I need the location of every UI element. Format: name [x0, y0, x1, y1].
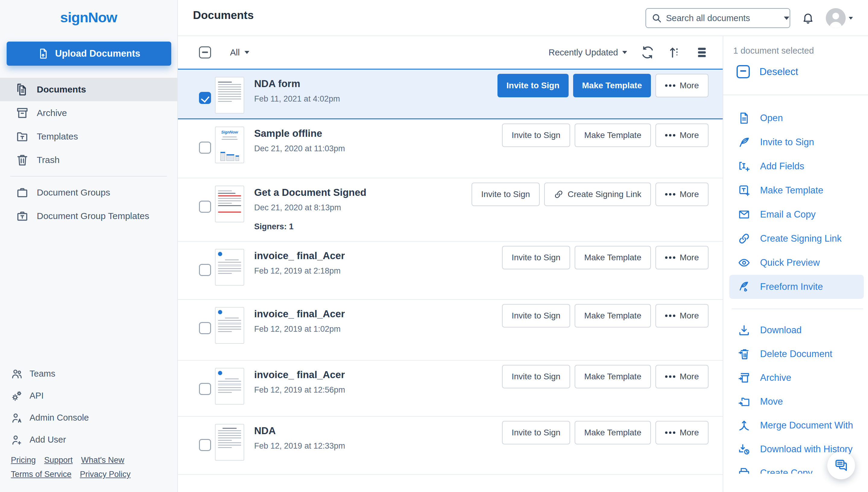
panel-action-move[interactable]: Move	[723, 390, 868, 413]
chat-fab-button[interactable]	[827, 452, 855, 479]
document-thumbnail[interactable]	[215, 77, 244, 114]
invite-to-sign-button[interactable]: Invite to Sign	[502, 365, 570, 388]
whats-new-link[interactable]: What's New	[81, 456, 124, 465]
more-button[interactable]: More	[655, 246, 708, 269]
panel-action-invite-to-sign[interactable]: Invite to Sign	[723, 130, 868, 154]
document-row[interactable]: invoice_ final_Acer Feb 12, 2019 at 2:18…	[178, 242, 723, 300]
panel-action-merge-document-with[interactable]: Merge Document With	[723, 413, 868, 437]
panel-action-add-fields[interactable]: Add Fields	[723, 154, 868, 178]
sidebar-item-documents[interactable]: Documents	[0, 78, 177, 101]
row-checkbox[interactable]	[199, 383, 211, 395]
select-all-checkbox[interactable]	[199, 46, 211, 58]
more-button[interactable]: More	[655, 421, 708, 444]
make-template-button[interactable]: Make Template	[574, 365, 651, 388]
view-rows-icon[interactable]	[695, 46, 708, 59]
panel-action-quick-preview[interactable]: Quick Preview	[723, 251, 868, 275]
templates-icon	[16, 130, 29, 143]
panel-action-download[interactable]: Download	[723, 318, 868, 342]
link-icon	[554, 190, 563, 199]
document-thumbnail[interactable]	[215, 249, 244, 286]
panel-action-archive[interactable]: Archive	[723, 366, 868, 390]
privacy-policy-link[interactable]: Privacy Policy	[80, 470, 131, 479]
document-thumbnail[interactable]	[215, 368, 244, 404]
create-signing-link-button[interactable]: Create Signing Link	[544, 182, 651, 206]
more-dots-icon	[665, 134, 675, 137]
search-input[interactable]	[666, 13, 780, 23]
row-checkbox[interactable]	[199, 322, 211, 334]
make-template-button[interactable]: Make Template	[574, 246, 651, 269]
invite-to-sign-button[interactable]: Invite to Sign	[502, 421, 570, 444]
panel-action-freeform-invite[interactable]: Freeform Invite	[729, 275, 864, 299]
sort-dropdown[interactable]: Recently Updated	[548, 48, 627, 57]
search-box[interactable]	[646, 8, 790, 28]
pricing-link[interactable]: Pricing	[11, 456, 36, 465]
panel-action-open[interactable]: Open	[723, 106, 868, 130]
document-thumbnail[interactable]	[215, 186, 244, 222]
document-date: Dec 21, 2020 at 11:03pm	[254, 144, 345, 153]
document-row[interactable]: invoice_ final_Acer Feb 12, 2019 at 1:02…	[178, 300, 723, 361]
document-thumbnail[interactable]	[215, 424, 244, 461]
make-template-button[interactable]: Make Template	[574, 124, 651, 147]
open-document-icon	[738, 112, 750, 124]
make-template-button[interactable]: Make Template	[574, 304, 651, 327]
invite-to-sign-button[interactable]: Invite to Sign	[472, 182, 540, 206]
row-checkbox[interactable]	[199, 92, 211, 104]
filter-dropdown[interactable]: All	[230, 48, 249, 57]
document-title: invoice_ final_Acer	[254, 250, 345, 262]
more-dots-icon	[665, 432, 675, 434]
row-checkbox[interactable]	[199, 439, 211, 451]
sidebar-item-teams[interactable]: Teams	[0, 363, 177, 385]
terms-of-service-link[interactable]: Terms of Service	[11, 470, 71, 479]
more-button[interactable]: More	[655, 182, 708, 206]
upload-documents-button[interactable]: Upload Documents	[7, 42, 171, 66]
panel-divider	[732, 309, 863, 309]
deselect-button[interactable]: Deselect	[736, 65, 798, 78]
admin-person-icon	[11, 412, 23, 424]
row-checkbox[interactable]	[199, 264, 211, 276]
panel-action-email-a-copy[interactable]: Email a Copy	[723, 202, 868, 226]
quill-icon	[738, 136, 750, 149]
sidebar-item-trash[interactable]: Trash	[0, 148, 177, 172]
support-link[interactable]: Support	[44, 456, 73, 465]
row-checkbox[interactable]	[199, 201, 211, 213]
make-template-button[interactable]: Make Template	[574, 421, 651, 444]
document-row[interactable]: invoice_ final_Acer Feb 12, 2019 at 12:5…	[178, 361, 723, 417]
document-row[interactable]: NDA Feb 12, 2019 at 12:33pm Invite to Si…	[178, 417, 723, 475]
invite-to-sign-button[interactable]: Invite to Sign	[502, 246, 570, 269]
sidebar-item-add-user[interactable]: Add User	[0, 429, 177, 451]
sidebar-item-archive[interactable]: Archive	[0, 101, 177, 125]
indeterminate-checkbox-icon	[736, 65, 750, 78]
panel-action-make-template[interactable]: Make Template	[723, 178, 868, 202]
sidebar-item-templates[interactable]: Templates	[0, 125, 177, 148]
invite-to-sign-button[interactable]: Invite to Sign	[497, 74, 569, 97]
brand-logo[interactable]: signNow	[0, 9, 177, 26]
notifications-bell-icon[interactable]	[802, 11, 814, 25]
document-row[interactable]: SignNow Sample offline Dec 21, 2020 at 1…	[178, 119, 723, 178]
make-template-button[interactable]: Make Template	[573, 74, 651, 97]
document-thumbnail[interactable]	[215, 307, 244, 344]
sidebar-item-api[interactable]: API	[0, 385, 177, 407]
panel-action-delete-document[interactable]: Delete Document	[723, 342, 868, 366]
document-title: Sample offline	[254, 128, 345, 139]
row-checkbox[interactable]	[199, 142, 211, 154]
sidebar-item-admin-console[interactable]: Admin Console	[0, 407, 177, 429]
sidebar-item-document-group-templates[interactable]: Document Group Templates	[0, 204, 177, 228]
more-dots-icon	[665, 256, 675, 259]
account-menu[interactable]	[826, 8, 853, 28]
invite-to-sign-button[interactable]: Invite to Sign	[502, 124, 570, 147]
document-row[interactable]: NDA form Feb 11, 2021 at 4:02pm Invite t…	[178, 69, 723, 119]
sort-order-icon[interactable]	[668, 46, 681, 59]
search-scope-caret-icon[interactable]	[784, 17, 789, 20]
document-thumbnail[interactable]: SignNow	[215, 126, 244, 163]
more-button[interactable]: More	[655, 304, 708, 327]
more-button[interactable]: More	[655, 365, 708, 388]
sidebar-item-document-groups[interactable]: Document Groups	[0, 181, 177, 204]
avatar[interactable]	[826, 8, 846, 28]
document-row[interactable]: Get a Document Signed Dec 21, 2020 at 8:…	[178, 178, 723, 242]
invite-to-sign-button[interactable]: Invite to Sign	[502, 304, 570, 327]
more-button[interactable]: More	[655, 74, 708, 97]
sidebar-nav: Documents Archive Templates Trash Docume…	[0, 78, 177, 228]
refresh-icon[interactable]	[641, 46, 654, 59]
more-button[interactable]: More	[655, 124, 708, 147]
panel-action-create-signing-link[interactable]: Create Signing Link	[723, 226, 868, 251]
